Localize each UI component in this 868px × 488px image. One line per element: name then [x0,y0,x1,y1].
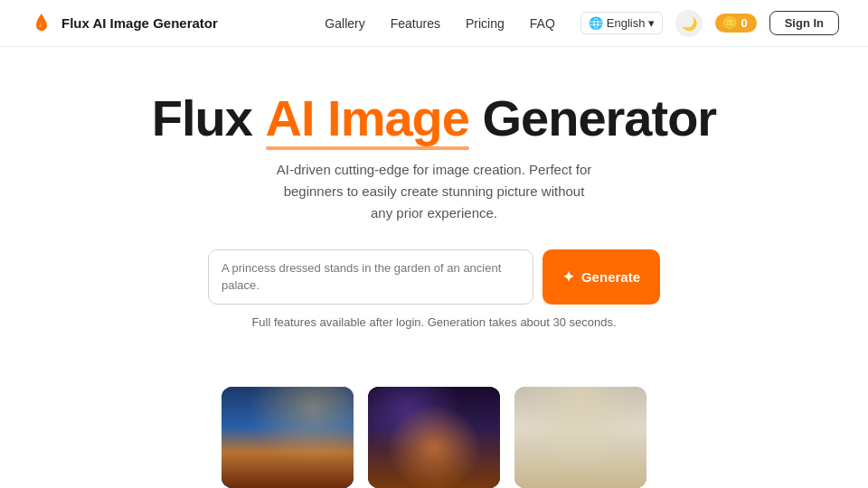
svg-rect-27 [564,427,582,459]
svg-rect-4 [222,450,354,488]
logo[interactable]: Flux AI Image Generator [29,11,218,36]
chevron-down-icon: ▾ [648,16,655,30]
prompt-input[interactable] [208,249,533,305]
language-label: English [607,16,646,30]
svg-rect-24 [514,387,646,488]
svg-point-20 [427,445,441,455]
nav-pricing[interactable]: Pricing [466,16,505,31]
gallery-img-svg-1 [222,387,354,488]
svg-point-2 [303,391,339,409]
title-part2: Generator [469,89,716,146]
hero-subtitle: AI-driven cutting-edge for image creatio… [271,159,597,224]
svg-rect-11 [278,421,297,439]
svg-rect-17 [380,442,385,459]
nav-features[interactable]: Features [391,16,440,31]
generate-button[interactable]: ✦ Generate [542,249,660,305]
hero-title: Flux AI Image Generator [152,90,716,146]
svg-point-28 [564,412,582,430]
prompt-row: ✦ Generate [208,249,660,305]
svg-point-22 [424,400,444,420]
nav-links: Gallery Features Pricing FAQ [325,16,554,31]
gallery-image-3[interactable] [514,387,646,488]
title-part1: Flux [152,89,266,146]
svg-rect-25 [514,387,646,436]
svg-rect-6 [240,446,335,453]
gallery-image-2[interactable] [368,387,500,488]
logo-icon [29,11,54,36]
svg-point-1 [226,394,271,416]
svg-point-18 [411,432,457,468]
svg-point-8 [277,396,298,418]
svg-point-19 [420,439,448,461]
svg-rect-16 [375,445,379,459]
generate-label: Generate [581,269,640,285]
navbar: Flux AI Image Generator Gallery Features… [0,0,868,47]
hero-section: Flux AI Image Generator AI-driven cuttin… [0,47,868,369]
svg-rect-0 [222,387,354,488]
coin-icon: 🪙 [722,16,737,30]
svg-point-3 [285,396,339,450]
gallery-img-svg-3 [514,387,646,488]
moon-icon: 🌙 [682,16,697,31]
svg-rect-12 [368,387,500,488]
svg-rect-13 [368,459,500,464]
svg-rect-21 [420,418,448,453]
credits-count: 0 [741,16,747,30]
lang-icon: 🌐 [589,16,603,30]
logo-text: Flux AI Image Generator [61,15,218,31]
sign-in-button[interactable]: Sign In [769,11,839,35]
svg-point-9 [271,394,304,403]
dark-mode-toggle[interactable]: 🌙 [675,10,703,37]
title-highlight: AI Image [266,90,469,146]
svg-rect-15 [370,443,374,459]
nav-faq[interactable]: FAQ [530,16,555,31]
hint-text: Full features available after login. Gen… [251,315,616,329]
wand-icon: ✦ [562,268,574,286]
gallery-image-1[interactable] [222,387,354,488]
svg-rect-14 [368,441,391,444]
svg-rect-7 [274,414,301,450]
svg-rect-10 [279,394,296,403]
gallery-img-svg-2 [368,387,500,488]
gallery-section [0,369,868,488]
nav-right: 🌐 English ▾ 🌙 🪙 0 Sign In [580,10,839,37]
credits-badge: 🪙 0 [715,14,756,33]
language-selector[interactable]: 🌐 English ▾ [580,12,664,34]
nav-gallery[interactable]: Gallery [325,16,364,31]
svg-point-23 [437,401,444,408]
svg-rect-5 [222,455,354,488]
svg-rect-26 [514,455,646,488]
